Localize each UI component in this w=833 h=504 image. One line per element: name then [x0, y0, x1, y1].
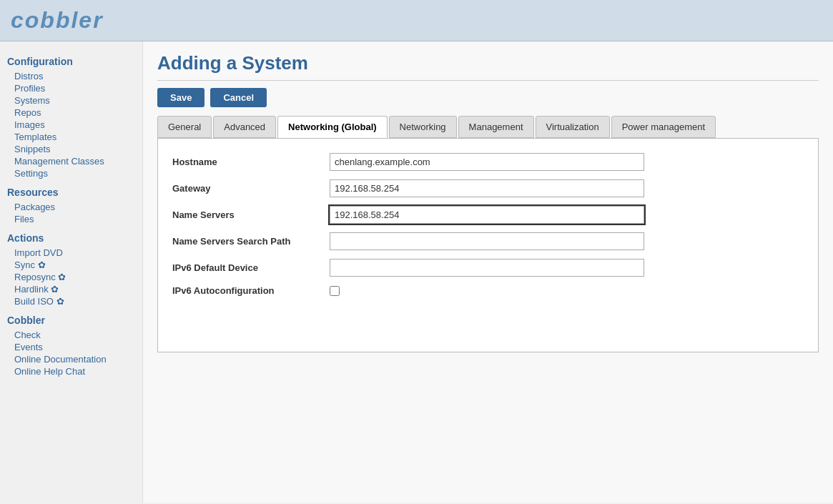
label-ipv6-autoconfig-checkbox: IPv6 Autoconfiguration — [172, 285, 330, 296]
cancel-button[interactable]: Cancel — [210, 88, 267, 107]
hostname-input[interactable] — [330, 153, 644, 171]
label-hostname-input: Hostname — [172, 157, 330, 167]
page-title: Adding a System — [157, 52, 819, 81]
form-row-name-servers-search-path-input: Name Servers Search Path — [172, 232, 804, 250]
cobbler-section-title: Cobbler — [7, 315, 142, 326]
label-ipv6-default-device-input: IPv6 Default Device — [172, 262, 330, 273]
actions-section-title: Actions — [7, 232, 142, 244]
nav-events[interactable]: Events — [7, 341, 142, 353]
nav-images[interactable]: Images — [7, 119, 142, 131]
tab-management[interactable]: Management — [458, 116, 534, 138]
name-servers-input[interactable] — [330, 206, 644, 224]
nav-import-dvd[interactable]: Import DVD — [7, 247, 142, 259]
tab-networking[interactable]: Networking — [389, 116, 457, 138]
form-row-ipv6-default-device-input: IPv6 Default Device — [172, 259, 804, 277]
ipv6-default-device-input[interactable] — [330, 259, 644, 277]
layout: Configuration DistrosProfilesSystemsRepo… — [0, 41, 833, 503]
tab-general[interactable]: General — [157, 116, 212, 138]
label-name-servers-input: Name Servers — [172, 209, 330, 220]
nav-online-help[interactable]: Online Help Chat — [7, 365, 142, 377]
form-row-ipv6-autoconfig-checkbox: IPv6 Autoconfiguration — [172, 285, 804, 296]
save-button[interactable]: Save — [157, 88, 204, 107]
tab-advanced[interactable]: Advanced — [213, 116, 276, 138]
nav-systems[interactable]: Systems — [7, 94, 142, 107]
tab-networking--global-[interactable]: Networking (Global) — [277, 116, 388, 138]
nav-build-iso[interactable]: Build ISO ✿ — [7, 295, 142, 307]
form-panel: HostnameGatewayName ServersName Servers … — [157, 138, 819, 352]
tab-virtualization[interactable]: Virtualization — [536, 116, 610, 138]
nav-files[interactable]: Files — [7, 213, 142, 225]
ipv6-autoconfig-checkbox[interactable] — [330, 286, 340, 296]
nav-mgmt-classes[interactable]: Management Classes — [7, 155, 142, 167]
logo: cobbler — [11, 7, 104, 33]
nav-reposync[interactable]: Reposync ✿ — [7, 271, 142, 283]
tab-power-management[interactable]: Power management — [611, 116, 716, 138]
form-row-name-servers-input: Name Servers — [172, 206, 804, 224]
cobbler-nav: CheckEventsOnline DocumentationOnline He… — [7, 329, 142, 377]
resources-nav: PackagesFiles — [7, 201, 142, 225]
header: cobbler — [0, 0, 833, 41]
action-buttons: Save Cancel — [157, 88, 819, 107]
nav-sync[interactable]: Sync ✿ — [7, 259, 142, 271]
label-name-servers-search-path-input: Name Servers Search Path — [172, 236, 330, 247]
nav-snippets[interactable]: Snippets — [7, 143, 142, 155]
configuration-section-title: Configuration — [7, 56, 142, 67]
resources-section-title: Resources — [7, 187, 142, 198]
nav-profiles[interactable]: Profiles — [7, 82, 142, 94]
name-servers-search-path-input[interactable] — [330, 232, 644, 250]
nav-repos[interactable]: Repos — [7, 107, 142, 119]
form-row-gateway-input: Gateway — [172, 179, 804, 197]
nav-settings[interactable]: Settings — [7, 167, 142, 179]
gateway-input[interactable] — [330, 179, 644, 197]
nav-online-docs[interactable]: Online Documentation — [7, 353, 142, 365]
nav-hardlink[interactable]: Hardlink ✿ — [7, 283, 142, 295]
actions-nav: Import DVDSync ✿Reposync ✿Hardlink ✿Buil… — [7, 247, 142, 307]
nav-packages[interactable]: Packages — [7, 201, 142, 213]
nav-distros[interactable]: Distros — [7, 70, 142, 82]
tabs-bar: GeneralAdvancedNetworking (Global)Networ… — [157, 116, 819, 138]
main-content: Adding a System Save Cancel GeneralAdvan… — [143, 41, 833, 503]
form-row-hostname-input: Hostname — [172, 153, 804, 171]
label-gateway-input: Gateway — [172, 183, 330, 194]
nav-templates[interactable]: Templates — [7, 131, 142, 143]
nav-check[interactable]: Check — [7, 329, 142, 341]
config-nav: DistrosProfilesSystemsReposImagesTemplat… — [7, 70, 142, 179]
sidebar: Configuration DistrosProfilesSystemsRepo… — [0, 41, 143, 503]
